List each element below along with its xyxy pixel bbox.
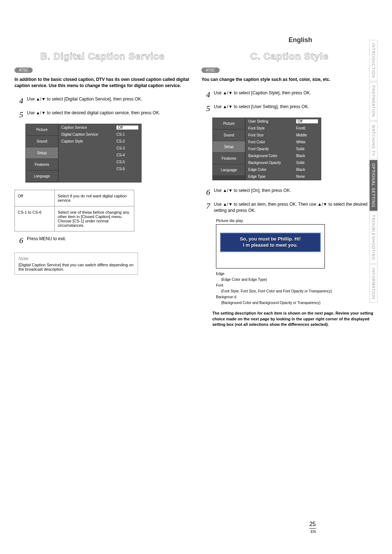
caption-bubble: So, you must be Phillip. Hi! I m pleased… <box>220 233 321 252</box>
side-tabs: INTRODUCTION PREPARATION WATCHING TV OPT… <box>369 40 377 303</box>
language-label: English <box>289 36 312 44</box>
menu-row-user-setting[interactable]: User SettingOff <box>245 118 321 125</box>
menu-row-font-opacity[interactable]: Font OpacitySolid <box>245 145 321 152</box>
tab-optional-setting[interactable]: OPTIONAL SETTING <box>369 160 377 211</box>
step-5-left: 5 Use ▲/▼ to select the desired digital … <box>15 110 191 119</box>
step-body: Press MENU to exit. <box>27 236 191 242</box>
menu-tab-language[interactable]: Language <box>213 164 245 176</box>
tab-troubleshooting[interactable]: TROUBLESHOOTING <box>369 212 377 264</box>
menu-row-edge-color[interactable]: Edge ColorBlack <box>245 166 321 173</box>
bubble-line1: So, you must be Phillip. Hi! <box>224 236 317 242</box>
intro-c: You can change the caption style such as… <box>201 77 377 83</box>
options-table: Off Select if you do not want digital ca… <box>15 190 134 231</box>
tab-introduction[interactable]: INTRODUCTION <box>369 40 377 81</box>
menu-row-background-opacity[interactable]: Background OpacitySolid <box>245 159 321 166</box>
page-number-sub: EN <box>311 530 316 534</box>
menu-row-cs6[interactable]: CS-6 <box>58 165 141 172</box>
table-row: CS-1 to CS-6 Select one of these before … <box>15 206 134 231</box>
menu-panel-left: Picture Sound Setup Features Language Ca… <box>25 124 142 182</box>
tab-watching-tv[interactable]: WATCHING TV <box>369 122 377 160</box>
preview-box: So, you must be Phillip. Hi! I m pleased… <box>216 224 325 268</box>
menu-row-digital-caption-service[interactable]: Digital Caption ServiceCS-1 <box>58 131 141 138</box>
step-4-right: 4 Use ▲/▼ to select [Caption Style], the… <box>201 90 377 99</box>
menu-row-font-color[interactable]: Font ColorWhite <box>245 139 321 145</box>
step-number: 7 <box>201 201 210 211</box>
page-number: 25 <box>309 521 316 529</box>
step-number: 6 <box>15 236 23 245</box>
menu-tab-sound[interactable]: Sound <box>213 130 245 141</box>
step-number: 5 <box>201 104 210 113</box>
right-column: C. Caption Style ATSC You can change the… <box>201 36 377 327</box>
option-cs-name: CS-1 to CS-6 <box>15 206 55 231</box>
preview-title: Picture dis play <box>216 218 325 223</box>
table-row: Off Select if you do not want digital ca… <box>15 190 134 206</box>
step-5-right: 5 Use ▲/▼ to select [User Setting], then… <box>201 104 377 113</box>
menu-row-cs3[interactable]: CS-3 <box>58 145 141 152</box>
step-body: Use ▲/▼ to select [Caption Style], then … <box>214 90 377 96</box>
option-cs-desc: Select one of these before changing any … <box>55 206 134 231</box>
section-title-c: C. Caption Style <box>201 51 377 62</box>
step-6-right: 6 Use ▲/▼ to select [On], then press OK. <box>201 188 377 197</box>
menu-values: Caption ServiceOff Digital Caption Servi… <box>58 124 141 182</box>
note-text: [Digital Caption Service] that you can s… <box>19 263 134 271</box>
step-number: 4 <box>201 90 210 99</box>
bubble-line2: I m pleased to meet you. <box>224 242 317 249</box>
menu-row-caption-service[interactable]: Caption ServiceOff <box>58 124 141 131</box>
menu-tab-features[interactable]: Features <box>26 159 58 171</box>
legend: Edge (Edge Color and Edge Type) Font (Fo… <box>216 271 377 305</box>
menu-row-caption-style[interactable]: Caption StyleCS-2 <box>58 138 141 145</box>
left-column: B. Digital Caption Service ATSC In addit… <box>15 36 191 327</box>
step-body: Use ▲/▼ to select [User Setting], then p… <box>214 104 377 110</box>
menu-tab-setup[interactable]: Setup <box>213 141 245 153</box>
menu-row-font-size[interactable]: Font SizeMiddle <box>245 132 321 139</box>
step-body: Use ▲/▼ to select [Digital Caption Servi… <box>27 96 191 102</box>
option-off-name: Off <box>15 190 55 206</box>
menu-row-background-color[interactable]: Background ColorBlack <box>245 152 321 159</box>
closing-text: The setting description for each item is… <box>212 311 377 327</box>
legend-font: Font <box>216 283 377 288</box>
step-6-left: 6 Press MENU to exit. <box>15 236 191 245</box>
step-7-right: 7 Use ▲/▼ to select an item, then press … <box>201 201 377 214</box>
step-body: Use ▲/▼ to select an item, then press OK… <box>214 201 377 214</box>
caption-preview: Picture dis play So, you must be Phillip… <box>216 218 325 268</box>
step-4-left: 4 Use ▲/▼ to select [Digital Caption Ser… <box>15 96 191 106</box>
intro-b: In addition to the basic closed caption,… <box>15 77 191 89</box>
step-body: Use ▲/▼ to select the desired digital ca… <box>27 110 191 116</box>
note-label: Note <box>19 256 134 261</box>
step-number: 6 <box>201 188 210 197</box>
menu-row-cs5[interactable]: CS-5 <box>58 159 141 165</box>
menu-tab-sound[interactable]: Sound <box>26 136 58 147</box>
tab-preparation[interactable]: PREPARATION <box>369 82 377 120</box>
legend-edge-sub: (Edge Color and Edge Type) <box>221 277 377 282</box>
menu-tabs: Picture Sound Setup Features Language <box>26 124 58 182</box>
section-title-b: B. Digital Caption Service <box>15 51 191 62</box>
note-box: Note [Digital Caption Service] that you … <box>15 253 138 275</box>
menu-panel-right: Picture Sound Setup Features Language Us… <box>212 118 321 180</box>
atsc-badge: ATSC <box>15 67 33 73</box>
legend-background-sub: (Background Color and Background Opacity… <box>221 300 377 305</box>
menu-tab-picture[interactable]: Picture <box>213 118 245 130</box>
step-number: 4 <box>15 96 23 106</box>
menu-tab-setup[interactable]: Setup <box>26 147 58 159</box>
step-body: Use ▲/▼ to select [On], then press OK. <box>214 188 377 194</box>
legend-font-sub: (Font Style, Font Size, Font Color and F… <box>221 289 377 294</box>
menu-row-cs4[interactable]: CS-4 <box>58 152 141 159</box>
menu-values: User SettingOff Font StyleFont0 Font Siz… <box>245 118 321 180</box>
menu-tab-language[interactable]: Language <box>26 171 58 182</box>
menu-tabs: Picture Sound Setup Features Language <box>213 118 245 180</box>
menu-row-edge-type[interactable]: Edge TypeNone <box>245 173 321 180</box>
menu-row-font-style[interactable]: Font StyleFont0 <box>245 125 321 132</box>
tab-information[interactable]: INFORMATION <box>369 264 377 303</box>
legend-edge: Edge <box>216 271 377 276</box>
menu-tab-features[interactable]: Features <box>213 153 245 164</box>
legend-background: Backgroun d <box>216 295 377 300</box>
option-off-desc: Select if you do not want digital captio… <box>55 190 134 206</box>
menu-tab-picture[interactable]: Picture <box>26 124 58 136</box>
step-number: 5 <box>15 110 23 119</box>
atsc-badge: ATSC <box>201 67 220 73</box>
